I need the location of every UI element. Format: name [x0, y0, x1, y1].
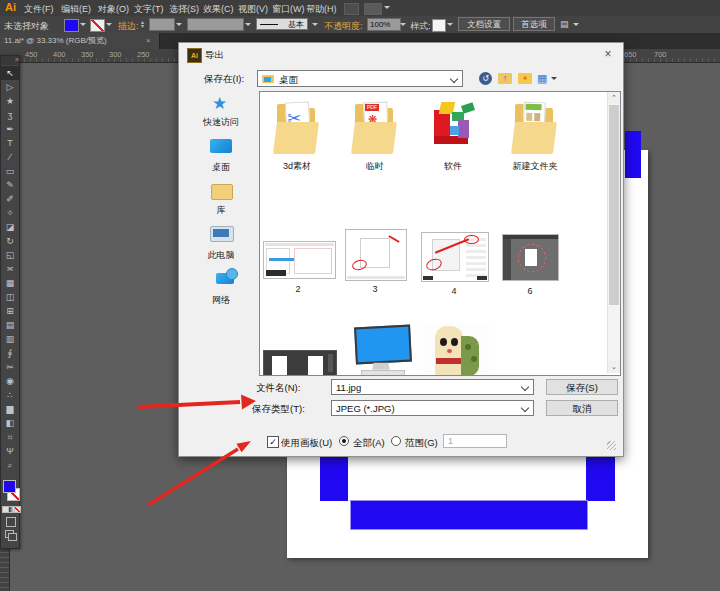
dialog-close-icon[interactable]: × [599, 46, 617, 62]
list-item[interactable]: 6 [498, 228, 568, 300]
place-network[interactable]: 网络 [186, 294, 256, 307]
scrollbar-thumb[interactable] [609, 105, 619, 305]
place-libraries[interactable]: 库 [186, 204, 256, 217]
dialog-resize-grip[interactable] [607, 441, 616, 450]
line-style-dropdown-icon[interactable] [312, 23, 318, 29]
selection-tool[interactable]: ↖ [1, 66, 19, 80]
style-dropdown-icon[interactable] [447, 23, 453, 29]
brush-dropdown-icon[interactable] [245, 23, 251, 29]
panel-icon[interactable]: ▤ [560, 19, 569, 29]
tab-close-icon[interactable]: × [146, 33, 151, 49]
menu-object[interactable]: 对象(O) [98, 3, 129, 16]
up-one-level-icon[interactable]: ↑ [498, 73, 512, 84]
menu-file[interactable]: 文件(F) [24, 3, 54, 16]
stroke-weight-dropdown-icon[interactable] [176, 23, 182, 29]
menu-window[interactable]: 窗口(W) [272, 3, 305, 16]
cancel-button[interactable]: 取消 [546, 400, 618, 416]
line-style-field[interactable]: 基本 [256, 18, 308, 30]
document-tab[interactable]: 11.ai* @ 33.33% (RGB/预览) × [0, 33, 160, 49]
list-item[interactable]: 2 [260, 232, 336, 300]
stroke-color-swatch[interactable] [90, 19, 105, 32]
none-mode-icon[interactable] [14, 506, 21, 513]
all-radio[interactable] [339, 436, 349, 446]
use-artboards-label[interactable]: 使用画板(U) [281, 437, 332, 450]
fill-color-swatch[interactable] [64, 19, 79, 32]
stroke-dropdown-icon[interactable] [106, 23, 112, 29]
artboard-tool[interactable]: ◧ [1, 416, 19, 430]
place-this-pc[interactable]: 此电脑 [186, 249, 256, 262]
back-button-icon[interactable]: ↺ [479, 72, 492, 85]
gradient-tool[interactable]: ▥ [1, 332, 19, 346]
place-quick-access[interactable]: 快速访问 [186, 116, 256, 129]
scale-tool[interactable]: ◱ [1, 248, 19, 262]
magic-wand-tool[interactable]: ★ [1, 94, 19, 108]
preferences-button[interactable]: 首选项 [513, 17, 555, 31]
list-item[interactable]: 软件 [418, 100, 488, 178]
shape-builder-tool[interactable]: ◫ [1, 290, 19, 304]
brush-definition-field[interactable] [187, 18, 244, 31]
direct-selection-tool[interactable]: ▷ [1, 80, 19, 94]
shaper-tool[interactable]: ✧ [1, 206, 19, 220]
rectangle-tool[interactable]: ▭ [1, 164, 19, 178]
screen-mode-icon[interactable] [5, 530, 14, 538]
menu-view[interactable]: 视图(V) [238, 3, 268, 16]
list-item[interactable]: ✂ 3d素材 [262, 100, 332, 178]
save-button[interactable]: 保存(S) [546, 379, 618, 395]
place-desktop[interactable]: 桌面 [186, 161, 256, 174]
panel-dropdown-icon[interactable] [573, 23, 579, 29]
style-swatch[interactable] [432, 19, 446, 32]
width-tool[interactable]: ≍ [1, 262, 19, 276]
workspace-icon[interactable] [364, 3, 382, 15]
list-item[interactable]: 3 [337, 224, 413, 300]
eyedropper-tool[interactable]: ∮ [1, 346, 19, 360]
list-item[interactable]: 新建文件夹 [500, 100, 570, 178]
list-item[interactable]: PDF ❋ 临时 [340, 100, 410, 178]
scroll-down-icon[interactable]: ⌄ [608, 361, 620, 373]
menu-type[interactable]: 文字(T) [134, 3, 164, 16]
rotate-tool[interactable]: ↻ [1, 234, 19, 248]
document-setup-button[interactable]: 文档设置 [458, 17, 510, 31]
blend-tool[interactable]: ◉ [1, 374, 19, 388]
scroll-up-icon[interactable]: ⌃ [608, 92, 620, 104]
workspace-dropdown-icon[interactable] [384, 6, 390, 12]
view-menu-dropdown-icon[interactable] [551, 77, 557, 83]
paintbrush-tool[interactable]: ✎ [1, 178, 19, 192]
list-item[interactable] [353, 324, 411, 375]
opacity-field[interactable]: 100% [367, 18, 401, 31]
range-radio[interactable] [391, 436, 401, 446]
menu-select[interactable]: 选择(S) [169, 3, 199, 16]
hand-tool[interactable]: Ψ [1, 444, 19, 458]
draw-mode-icon[interactable] [6, 517, 16, 527]
stroke-weight-field[interactable] [149, 18, 175, 31]
mesh-tool[interactable]: ▤ [1, 318, 19, 332]
pencil-tool[interactable]: ✐ [1, 192, 19, 206]
list-item[interactable] [423, 322, 489, 375]
eraser-tool[interactable]: ◪ [1, 220, 19, 234]
toolbar-collapse-icon[interactable]: » [1, 56, 19, 65]
free-transform-tool[interactable]: ▦ [1, 276, 19, 290]
symbol-sprayer-tool[interactable]: ∴ [1, 388, 19, 402]
file-name-combobox[interactable]: 11.jpg [331, 379, 534, 395]
use-artboards-checkbox[interactable]: ✓ [267, 436, 279, 448]
list-item[interactable] [263, 350, 337, 376]
column-graph-tool[interactable]: ▆ [1, 402, 19, 416]
perspective-grid-tool[interactable]: ⊞ [1, 304, 19, 318]
range-label[interactable]: 范围(G) [405, 437, 438, 450]
list-item[interactable]: 4 [416, 226, 492, 300]
menu-help[interactable]: 帮助(H) [306, 3, 337, 16]
list-scrollbar[interactable]: ⌃ ⌄ [607, 92, 620, 373]
range-input[interactable]: 1 [443, 434, 507, 448]
line-segment-tool[interactable]: ∕ [1, 150, 19, 164]
menu-edit[interactable]: 编辑(E) [61, 3, 91, 16]
fill-indicator[interactable] [3, 480, 16, 493]
slice-tool[interactable]: ⌗ [1, 430, 19, 444]
scissors-tool[interactable]: ✂ [1, 360, 19, 374]
pen-tool[interactable]: ✒ [1, 122, 19, 136]
stroke-stepper[interactable]: ▴▾ [141, 20, 144, 28]
new-folder-icon[interactable]: ✦ [518, 73, 532, 84]
type-tool[interactable]: T [1, 136, 19, 150]
all-label[interactable]: 全部(A) [353, 437, 385, 450]
menu-effect[interactable]: 效果(C) [203, 3, 234, 16]
bridge-icon[interactable] [344, 3, 359, 15]
save-in-combobox[interactable]: 桌面 [257, 70, 463, 87]
